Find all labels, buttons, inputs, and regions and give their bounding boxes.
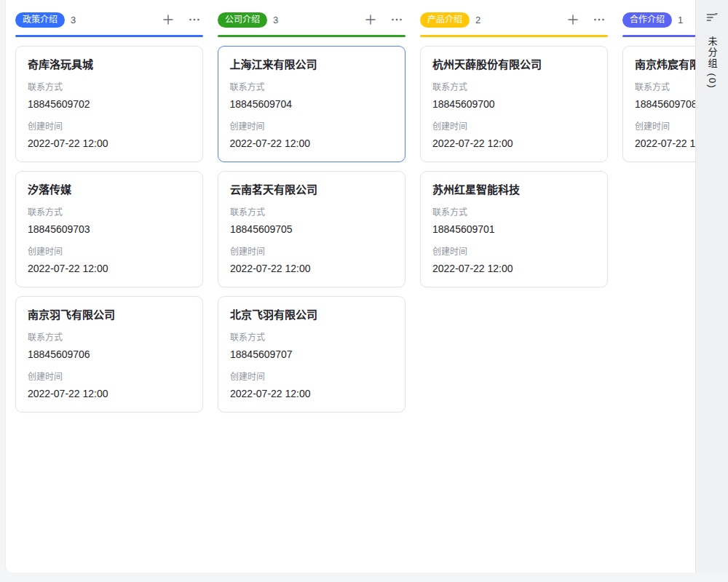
group-count: 3 [273, 15, 278, 25]
column-header-actions [161, 12, 203, 27]
kanban-card[interactable]: 苏州红星智能科技 联系方式 18845609701 创建时间 2022-07-2… [420, 171, 608, 287]
field-label-contact: 联系方式 [230, 81, 394, 94]
field-value-created: 2022-07-22 12:00 [28, 261, 191, 276]
plus-icon [566, 13, 579, 26]
kanban-card[interactable]: 南京羽飞有限公司 联系方式 18845609706 创建时间 2022-07-2… [15, 296, 203, 412]
field-label-created: 创建时间 [28, 121, 191, 133]
add-record-button[interactable] [363, 12, 378, 27]
column-header-actions [363, 12, 405, 27]
collapsed-groups-icon [705, 10, 719, 25]
group-badge[interactable]: 合作介绍 [622, 12, 672, 28]
card-list: 南京炜宸有限公司 联系方式 18845609708 创建时间 2022-07-2… [622, 46, 695, 162]
kanban-column-company: 公司介绍 3 上海江来有限公司 联系方式 [218, 0, 405, 412]
field-value-created: 2022-07-22 12:00 [432, 136, 596, 151]
group-badge[interactable]: 公司介绍 [218, 12, 267, 28]
card-title: 汐落传媒 [28, 182, 191, 197]
card-title: 奇库洛玩具城 [28, 57, 191, 72]
group-color-bar [15, 35, 203, 37]
toggle-hidden-groups-button[interactable] [705, 10, 719, 25]
kanban-board: 政策介绍 3 奇库洛玩具城 联系方式 [5, 0, 695, 573]
kanban-card[interactable]: 杭州天薛股份有限公司 联系方式 18845609700 创建时间 2022-07… [420, 46, 608, 162]
group-badge[interactable]: 政策介绍 [15, 12, 65, 28]
card-title: 云南茗天有限公司 [230, 182, 393, 197]
field-label-contact: 联系方式 [28, 332, 191, 344]
field-label-created: 创建时间 [28, 371, 191, 383]
column-menu-button[interactable] [389, 12, 404, 27]
ellipsis-icon [593, 13, 606, 26]
kanban-card[interactable]: 北京飞羽有限公司 联系方式 18845609707 创建时间 2022-07-2… [218, 296, 405, 412]
field-label-created: 创建时间 [230, 246, 393, 258]
field-value-contact: 18845609707 [230, 347, 393, 362]
column-header: 产品介绍 2 [420, 12, 608, 28]
field-value-contact: 18845609703 [28, 222, 191, 236]
field-label-contact: 联系方式 [230, 332, 393, 344]
card-title: 南京羽飞有限公司 [28, 307, 191, 322]
field-value-contact: 18845609701 [432, 222, 596, 236]
field-value-created: 2022-07-22 12:00 [230, 261, 393, 276]
field-value-contact: 18845609706 [28, 347, 191, 362]
field-label-contact: 联系方式 [28, 207, 191, 219]
field-label-contact: 联系方式 [432, 81, 596, 94]
add-record-button[interactable] [161, 12, 175, 27]
kanban-column-policy: 政策介绍 3 奇库洛玩具城 联系方式 [15, 0, 203, 412]
field-value-contact: 18845609705 [230, 222, 393, 236]
kanban-card[interactable]: 汐落传媒 联系方式 18845609703 创建时间 2022-07-22 12… [15, 171, 203, 287]
field-label-contact: 联系方式 [432, 207, 596, 219]
field-label-contact: 联系方式 [230, 207, 393, 219]
field-label-contact: 联系方式 [635, 81, 695, 94]
field-value-created: 2022-07-22 12:00 [28, 136, 191, 151]
card-title: 苏州红星智能科技 [432, 182, 596, 197]
field-label-created: 创建时间 [432, 246, 596, 258]
field-label-created: 创建时间 [230, 371, 393, 383]
field-label-created: 创建时间 [230, 121, 394, 133]
column-header: 公司介绍 3 [218, 12, 405, 28]
field-value-created: 2022-07-22 12:00 [230, 386, 393, 401]
column-header: 政策介绍 3 [15, 12, 203, 28]
field-value-contact: 18845609708 [635, 97, 695, 111]
kanban-columns: 政策介绍 3 奇库洛玩具城 联系方式 [15, 0, 695, 412]
field-value-contact: 18845609704 [230, 97, 394, 111]
card-title: 北京飞羽有限公司 [230, 307, 393, 322]
kanban-column-product: 产品介绍 2 杭州天薛股份有限公司 联系方式 [420, 0, 608, 412]
kanban-column-cooperation: 合作介绍 1 南京炜宸有限公司 联系方式 18845609708 创建时间 20… [622, 0, 695, 412]
field-label-created: 创建时间 [28, 246, 191, 258]
group-color-bar [218, 35, 405, 37]
field-value-created: 2022-07-22 12:00 [432, 261, 596, 276]
column-header: 合作介绍 1 [622, 12, 695, 28]
card-list: 杭州天薛股份有限公司 联系方式 18845609700 创建时间 2022-07… [420, 46, 608, 287]
card-title: 杭州天薛股份有限公司 [432, 57, 596, 72]
card-list: 上海江来有限公司 联系方式 18845609704 创建时间 2022-07-2… [218, 46, 405, 412]
card-list: 奇库洛玩具城 联系方式 18845609702 创建时间 2022-07-22 … [15, 46, 203, 412]
column-menu-button[interactable] [187, 12, 202, 27]
field-value-contact: 18845609700 [432, 97, 596, 111]
field-value-contact: 18845609702 [28, 97, 191, 111]
group-color-bar [420, 35, 608, 37]
kanban-card[interactable]: 云南茗天有限公司 联系方式 18845609705 创建时间 2022-07-2… [218, 171, 405, 287]
group-count: 3 [71, 15, 76, 25]
field-value-created: 2022-07-22 12:00 [635, 136, 695, 151]
group-badge[interactable]: 产品介绍 [420, 12, 470, 28]
card-title: 上海江来有限公司 [230, 57, 394, 72]
hidden-group-label[interactable]: 未分组 (0) [705, 36, 719, 89]
ellipsis-icon [390, 13, 403, 26]
card-title: 南京炜宸有限公司 [635, 57, 695, 72]
kanban-view: 政策介绍 3 奇库洛玩具城 联系方式 [0, 0, 728, 582]
ellipsis-icon [188, 13, 201, 26]
kanban-card[interactable]: 奇库洛玩具城 联系方式 18845609702 创建时间 2022-07-22 … [15, 46, 203, 162]
group-count: 1 [678, 15, 683, 25]
field-value-created: 2022-07-22 12:00 [28, 386, 191, 401]
hidden-groups-rail: 未分组 (0) [695, 0, 728, 573]
kanban-card-selected[interactable]: 上海江来有限公司 联系方式 18845609704 创建时间 2022-07-2… [218, 46, 405, 162]
field-value-created: 2022-07-22 12:00 [230, 136, 394, 151]
column-header-actions [566, 12, 608, 27]
plus-icon [364, 13, 377, 26]
field-label-created: 创建时间 [635, 121, 695, 133]
column-menu-button[interactable] [592, 12, 606, 27]
field-label-contact: 联系方式 [28, 81, 191, 94]
group-color-bar [622, 35, 695, 37]
group-count: 2 [475, 15, 480, 25]
plus-icon [162, 13, 175, 26]
add-record-button[interactable] [566, 12, 580, 27]
field-label-created: 创建时间 [432, 121, 596, 133]
kanban-card[interactable]: 南京炜宸有限公司 联系方式 18845609708 创建时间 2022-07-2… [622, 46, 695, 162]
